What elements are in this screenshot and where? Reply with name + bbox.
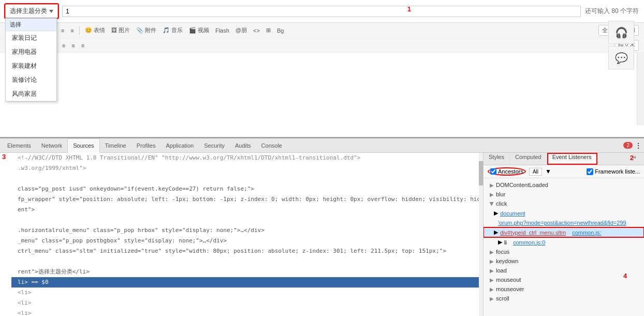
tab-event-listeners[interactable]: Event Listeners bbox=[547, 153, 597, 165]
attach-btn[interactable]: 📎 附件 bbox=[134, 25, 159, 36]
indent2-btn[interactable]: ≡ bbox=[79, 41, 87, 50]
event-load[interactable]: ▶ load bbox=[484, 266, 644, 275]
styles-panel: Styles Computed Event Listeners » 2 Ance… bbox=[484, 153, 644, 316]
common-js2-link[interactable]: common.js:0 bbox=[513, 239, 545, 246]
subject-input[interactable] bbox=[62, 6, 581, 17]
align-justify-btn[interactable]: ≡ bbox=[68, 26, 76, 35]
framework-checkbox-label: Framework liste... bbox=[587, 168, 640, 175]
align2-btn[interactable]: ≡ bbox=[60, 41, 68, 50]
tab-audits[interactable]: Audits bbox=[230, 138, 256, 153]
tab-security[interactable]: Security bbox=[199, 138, 230, 153]
flash-btn[interactable]: Flash bbox=[213, 26, 232, 35]
event-name-blur: blur bbox=[496, 191, 505, 197]
menu-item-zhuangxiu-taolun[interactable]: 装修讨论 bbox=[6, 73, 56, 87]
dom-line-4: class="pg_post iusd" onkeydown="if(event… bbox=[11, 184, 483, 194]
dom-panel-scrollbar[interactable] bbox=[479, 153, 483, 316]
filter-dropdown-arrow[interactable]: ▼ bbox=[545, 168, 551, 175]
emoji-btn[interactable]: 😊 表情 bbox=[82, 25, 108, 36]
div-ctrl-menu-link[interactable]: div#typeid_ctrl_menu.sltm bbox=[500, 229, 566, 236]
tab-network[interactable]: Network bbox=[36, 138, 67, 153]
bg-btn[interactable]: Bg bbox=[274, 26, 286, 35]
editor-toolbar-row1: 小 一 B ≡ ≡ ≡ ≡ 😊 表情 🖼 图片 📎 附件 🎵 音乐 🎬 视频 F… bbox=[0, 23, 644, 38]
styles-filter-bar: Ancestors All ▼ Framework liste... bbox=[484, 165, 644, 178]
tab-elements[interactable]: Elements bbox=[2, 138, 36, 153]
char-count-label: 还可输入 80 个字符 bbox=[585, 7, 639, 16]
editor-top-bar: 选择主题分类 选择 家装日记 家用电器 家装建材 装修讨论 风尚家居 还可输入 … bbox=[0, 0, 644, 23]
menu-item-jiazhuang-jiancai[interactable]: 家装建材 bbox=[6, 59, 56, 73]
event-click[interactable]: ▶ click bbox=[484, 199, 644, 208]
event-mouseout[interactable]: ▶ mouseout bbox=[484, 275, 644, 284]
table-btn[interactable]: ⊞ bbox=[264, 25, 273, 35]
click-child-div-ctrl-menu: ▶ div#typeid_ctrl_menu.sltm common.js: bbox=[484, 227, 644, 237]
tab-application[interactable]: Application bbox=[160, 138, 199, 153]
video-btn[interactable]: 🎬 视频 bbox=[186, 25, 212, 36]
common-js-link[interactable]: common.js: bbox=[572, 229, 601, 236]
arrow-mouseover: ▶ bbox=[490, 286, 494, 292]
more-icon[interactable]: ⋮ bbox=[635, 141, 642, 150]
all-filter-btn[interactable]: All bbox=[529, 168, 542, 176]
arrow-document: ▶ bbox=[494, 210, 498, 217]
subject-select-button[interactable]: 选择主题分类 bbox=[5, 4, 58, 18]
dom-line-12: rent">选择主题分类</li> bbox=[11, 267, 483, 277]
devtools-tabs: Elements Network Sources Timeline Profil… bbox=[0, 138, 644, 153]
li-text: li bbox=[504, 239, 507, 246]
tab-computed[interactable]: Computed bbox=[510, 153, 547, 165]
wechat-icon-btn[interactable]: 💬 bbox=[608, 46, 634, 69]
devtools-panel: Elements Network Sources Timeline Profil… bbox=[0, 137, 644, 316]
framework-checkbox[interactable] bbox=[587, 168, 593, 175]
annotation-4: 4 bbox=[623, 272, 627, 280]
forum-link[interactable]: 'orum.php?mode=post&action=newthread&fid… bbox=[498, 220, 626, 226]
tab-styles[interactable]: Styles bbox=[484, 153, 510, 165]
separator-1 bbox=[79, 26, 80, 35]
dropdown-header: 选择 bbox=[6, 19, 56, 31]
event-keydown[interactable]: ▶ keydown bbox=[484, 256, 644, 266]
event-focus[interactable]: ▶ focus bbox=[484, 247, 644, 256]
dom-line-11 bbox=[11, 256, 483, 267]
menu-item-jiazhuang-riji[interactable]: 家装日记 bbox=[6, 31, 56, 45]
editor-scrollbar[interactable] bbox=[637, 53, 644, 125]
ancestors-label: Ancestors bbox=[498, 168, 523, 175]
annotation-3: 3 bbox=[2, 153, 6, 161]
annotation-1: 1 bbox=[407, 5, 411, 13]
error-badge: 2 bbox=[623, 142, 633, 149]
arrow-click: ▶ bbox=[489, 202, 495, 206]
menu-item-jiayong-diangqi[interactable]: 家用电器 bbox=[6, 45, 56, 59]
dom-line-1: <!-//W3C//DTD XHTML 1.0 Transitional//EN… bbox=[11, 153, 483, 163]
event-mouseover[interactable]: ▶ mouseover bbox=[484, 284, 644, 294]
annotation-2: 2 bbox=[630, 154, 634, 166]
dom-line-6: ent"> bbox=[11, 205, 483, 215]
click-child-forum-link: 'orum.php?mode=post&action=newthread&fid… bbox=[484, 218, 644, 227]
dom-line-13-highlighted[interactable]: li> == $0 bbox=[11, 277, 483, 288]
music-btn[interactable]: 🎵 音乐 bbox=[160, 25, 185, 36]
document-link[interactable]: document bbox=[500, 210, 525, 217]
tab-profiles[interactable]: Profiles bbox=[131, 138, 161, 153]
event-blur[interactable]: ▶ blur bbox=[484, 190, 644, 199]
align-right-btn[interactable]: ≡ bbox=[58, 26, 67, 35]
dom-panel: 3 <!-//W3C//DTD XHTML 1.0 Transitional//… bbox=[0, 153, 484, 316]
dom-line-14: <li> bbox=[11, 288, 483, 298]
ancestors-checkbox[interactable] bbox=[490, 168, 496, 175]
arrow-mouseout: ▶ bbox=[490, 277, 494, 283]
event-name-mouseover: mouseover bbox=[496, 286, 524, 292]
arrow-li: ▶ bbox=[498, 239, 502, 246]
tab-sources[interactable]: Sources bbox=[67, 138, 99, 153]
event-name-domcontentloaded: DOMContentLoaded bbox=[496, 182, 548, 188]
dropdown-arrow-icon bbox=[49, 10, 53, 15]
subject-select-wrapper: 选择主题分类 选择 家装日记 家用电器 家装建材 装修讨论 风尚家居 bbox=[5, 4, 58, 18]
devtools-body: 3 <!-//W3C//DTD XHTML 1.0 Transitional//… bbox=[0, 153, 644, 316]
ancestors-checkbox-label: Ancestors bbox=[490, 168, 523, 175]
tab-timeline[interactable]: Timeline bbox=[100, 138, 131, 153]
dom-panel-scrollbar-thumb[interactable] bbox=[479, 161, 483, 185]
event-scroll[interactable]: ▶ scroll bbox=[484, 294, 644, 303]
subject-select-label: 选择主题分类 bbox=[10, 7, 47, 16]
editor-content[interactable] bbox=[0, 53, 644, 125]
dom-line-15: <li> bbox=[11, 298, 483, 308]
code-btn[interactable]: <> bbox=[251, 26, 262, 35]
tab-console[interactable]: Console bbox=[256, 138, 287, 153]
indent1-btn[interactable]: ≡ bbox=[69, 41, 77, 50]
menu-item-fengshang-jiaju[interactable]: 风尚家居 bbox=[6, 87, 56, 101]
image-btn[interactable]: 🖼 图片 bbox=[109, 25, 133, 36]
event-domcontentloaded[interactable]: ▶ DOMContentLoaded bbox=[484, 180, 644, 190]
headphone-icon-btn[interactable]: 🎧 bbox=[608, 21, 634, 44]
mention-btn[interactable]: @朋 bbox=[233, 25, 250, 36]
